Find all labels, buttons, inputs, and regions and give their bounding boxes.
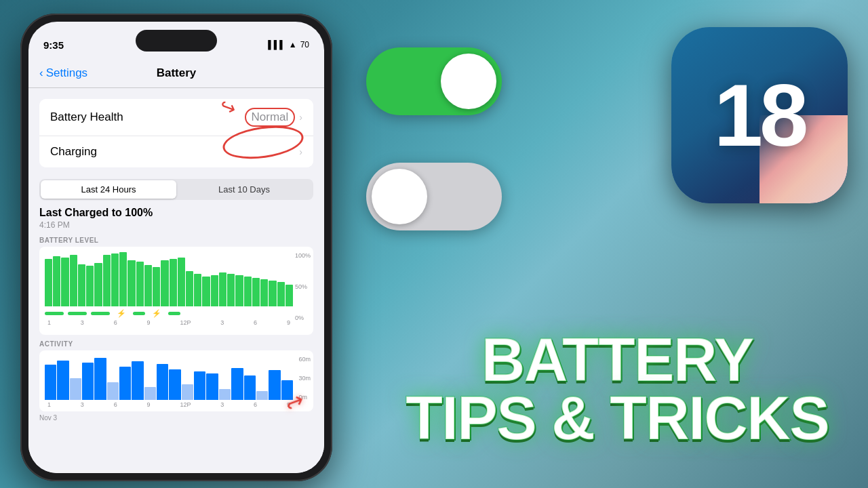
- wifi-icon: ▲: [289, 40, 297, 49]
- battery-health-label: Battery Health: [50, 110, 123, 124]
- bar-5: [78, 264, 85, 306]
- bar-28: [269, 281, 276, 306]
- charge-bar-1: [45, 312, 64, 315]
- x-9: 9: [147, 319, 151, 326]
- charge-bar-3: [91, 312, 110, 315]
- bar-10: [119, 252, 127, 306]
- x-3: 3: [81, 319, 84, 326]
- chevron-left-icon: ‹: [39, 66, 43, 80]
- bar-15: [161, 260, 168, 306]
- battery-health-row[interactable]: Battery Health Normal ›: [39, 99, 313, 136]
- ax-6b: 6: [254, 401, 257, 408]
- bolt-icon-1: ⚡: [117, 309, 126, 318]
- activity-x-axis: 1 3 6 9 12P 3 6 9: [45, 401, 293, 408]
- y-100: 100%: [295, 252, 311, 259]
- y-0: 0%: [295, 314, 311, 321]
- bar-20: [202, 277, 210, 306]
- bar-18: [186, 271, 193, 306]
- ax-3b: 3: [220, 401, 224, 408]
- tab-10d[interactable]: Last 10 Days: [176, 180, 312, 199]
- bar-9: [111, 253, 119, 306]
- charge-bar-2: [68, 312, 87, 315]
- title-line1: BATTERY: [380, 331, 854, 390]
- ax-6: 6: [114, 401, 117, 408]
- bar-12: [136, 262, 144, 306]
- nav-bar: ‹ Settings Battery: [28, 58, 324, 88]
- last-charged-label: Last Charged to 100%: [39, 207, 313, 219]
- bar-23: [227, 274, 235, 306]
- abar-14: [206, 373, 218, 400]
- toggle-off[interactable]: [366, 163, 502, 230]
- ios18-app-icon: 18: [671, 27, 848, 203]
- battery-level-chart: 100% 50% 0%: [39, 247, 313, 335]
- chevron-right-icon: ›: [299, 112, 302, 123]
- abar-9: [144, 387, 156, 401]
- back-button[interactable]: ‹ Settings: [39, 66, 87, 80]
- bar-25: [244, 277, 252, 306]
- last-charged-time: 4:16 PM: [39, 220, 313, 230]
- abar-17: [244, 375, 256, 400]
- abar-12: [182, 384, 193, 400]
- bar-8: [103, 255, 111, 306]
- abar-10: [157, 364, 168, 400]
- bar-24: [235, 275, 243, 306]
- abar-7: [119, 367, 131, 400]
- back-label: Settings: [46, 66, 87, 80]
- battery-health-value: Normal ›: [245, 108, 302, 127]
- phone-body: 9:35 ▌▌▌ ▲ 70 ‹ Settings Battery: [20, 14, 332, 481]
- x-9b: 9: [287, 319, 290, 326]
- bar-16: [170, 259, 177, 306]
- bar-27: [260, 279, 268, 306]
- charge-bar-4: [133, 312, 145, 315]
- x-1: 1: [47, 319, 51, 326]
- x-3b: 3: [220, 319, 224, 326]
- toggle-on-knob: [441, 54, 496, 109]
- bar-21: [211, 275, 218, 306]
- ay-60: 60m: [298, 356, 311, 363]
- abar-16: [231, 368, 243, 400]
- bar-26: [252, 278, 260, 306]
- tab-24h[interactable]: Last 24 Hours: [41, 180, 176, 199]
- phone-screen: 9:35 ▌▌▌ ▲ 70 ‹ Settings Battery: [28, 22, 324, 473]
- chart-y-axis: 100% 50% 0%: [295, 252, 311, 321]
- bar-29: [277, 282, 285, 306]
- ay-30: 30m: [298, 375, 311, 382]
- x-12p: 12P: [180, 319, 191, 326]
- status-time: 9:35: [43, 39, 64, 51]
- abar-19: [269, 370, 280, 400]
- settings-group: Battery Health Normal › Charging ›: [39, 99, 313, 167]
- charging-indicators: ⚡ ⚡: [45, 308, 293, 318]
- signal-icon: ▌▌▌: [268, 40, 285, 49]
- abar-1: [45, 365, 56, 400]
- bar-1: [45, 259, 52, 306]
- charging-row[interactable]: Charging ›: [39, 136, 313, 167]
- chart-date-label: Nov 3: [39, 414, 313, 422]
- bar-6: [86, 266, 94, 306]
- ax-12p: 12P: [180, 401, 191, 408]
- page-title: Battery: [157, 66, 197, 80]
- charging-label: Charging: [50, 145, 97, 159]
- abar-3: [70, 378, 81, 401]
- main-title: BATTERY TIPS & TRICKS: [380, 331, 854, 447]
- battery-icon: 70: [300, 40, 309, 49]
- bar-14: [153, 267, 160, 306]
- abar-2: [57, 361, 68, 401]
- x-6: 6: [114, 319, 117, 326]
- activity-section-label: ACTIVITY: [39, 340, 313, 348]
- bar-4: [70, 255, 77, 306]
- battery-bars: [45, 252, 293, 306]
- abar-11: [169, 369, 180, 401]
- status-icons: ▌▌▌ ▲ 70: [268, 40, 309, 49]
- abar-5: [94, 358, 106, 400]
- toggle-on[interactable]: [366, 47, 502, 115]
- chart-x-axis: 1 3 6 9 12P 3 6 9: [45, 319, 293, 326]
- settings-section: Battery Health Normal › Charging ›: [28, 94, 324, 173]
- bar-7: [94, 263, 102, 306]
- phone-mockup: 9:35 ▌▌▌ ▲ 70 ‹ Settings Battery: [20, 14, 332, 481]
- x-6b: 6: [254, 319, 257, 326]
- abar-4: [82, 363, 94, 400]
- time-range-tabs: Last 24 Hours Last 10 Days: [39, 179, 313, 200]
- chevron-right-icon-2: ›: [299, 146, 302, 157]
- bar-19: [194, 274, 201, 306]
- phone-notch: [136, 30, 217, 52]
